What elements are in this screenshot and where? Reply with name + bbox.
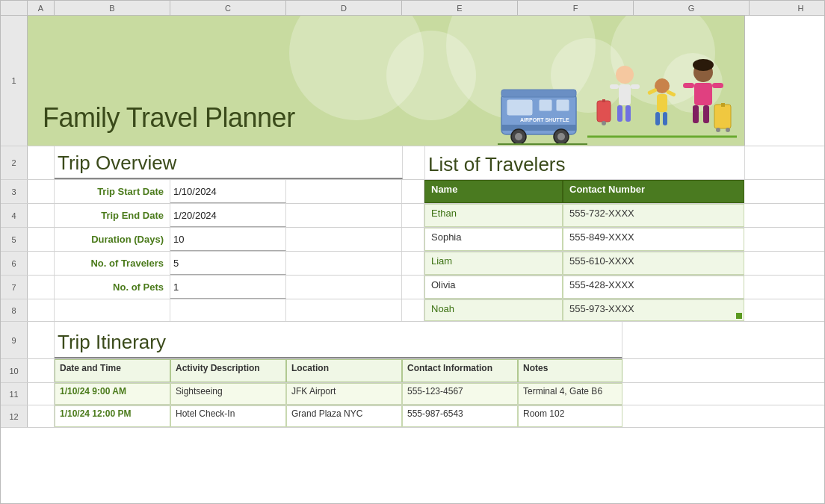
svg-rect-1 — [507, 99, 533, 116]
row-1: 1 Family Travel Planner — [1, 16, 824, 146]
row-6: 6 No. of Travelers 5 Liam 555-610-XXXX — [1, 252, 824, 276]
svg-rect-26 — [663, 112, 667, 125]
col-header-g: G — [634, 1, 750, 15]
traveler-4-name: Olivia — [424, 276, 563, 299]
cell-3b: Trip Start Date — [55, 180, 170, 203]
row-4: 4 Trip End Date 1/20/2024 Ethan 555-732-… — [1, 204, 824, 228]
svg-rect-36 — [714, 105, 731, 128]
traveler-3-contact: 555-610-XXXX — [563, 252, 744, 275]
svg-rect-32 — [693, 105, 699, 123]
banner-illustration: AIRPORT SHUTTLE — [498, 49, 737, 146]
corner-cell — [1, 1, 28, 15]
resize-handle[interactable] — [736, 313, 742, 319]
banner-title: Family Travel Planner — [43, 102, 295, 134]
cell-2b: Trip Overview — [55, 146, 403, 179]
cell-6a — [28, 252, 55, 275]
row-header-5: 5 — [1, 228, 28, 251]
svg-point-7 — [515, 133, 522, 140]
traveler-1-name: Ethan — [424, 204, 563, 227]
traveler-5-contact: 555-973-XXXX — [563, 299, 744, 321]
svg-rect-19 — [631, 84, 640, 89]
cell-5a — [28, 228, 55, 251]
cell-8b — [55, 299, 170, 321]
banner-cell: Family Travel Planner — [28, 16, 745, 146]
cell-2a — [28, 146, 55, 179]
svg-point-9 — [557, 133, 565, 140]
cell-4e — [402, 204, 424, 227]
cell-7b: No. of Pets — [55, 276, 170, 299]
itinerary-1-activity: Sightseeing — [170, 383, 286, 405]
travelers-col-name-header: Name — [424, 180, 563, 203]
traveler-1-contact: 555-732-XXXX — [563, 204, 744, 227]
svg-rect-18 — [610, 84, 619, 89]
svg-rect-25 — [655, 112, 660, 125]
svg-rect-28 — [666, 90, 676, 97]
itinerary-header-activity: Activity Description — [170, 359, 286, 382]
cell-8c — [170, 299, 286, 321]
spreadsheet: A B C D E F G H 1 Family Travel Planner — [0, 0, 825, 504]
cell-8e — [402, 299, 424, 321]
cell-8a — [28, 299, 55, 321]
cell-7a — [28, 276, 55, 299]
cell-9b: Trip Itinerary — [55, 322, 622, 358]
cell-11a — [28, 383, 55, 405]
itinerary-1-notes: Terminal 4, Gate B6 — [518, 383, 622, 405]
svg-rect-4 — [501, 90, 576, 97]
cell-7d — [286, 276, 402, 299]
itinerary-1-contact: 555-123-4567 — [402, 383, 518, 405]
row-header-12: 12 — [1, 405, 28, 427]
itinerary-header-notes: Notes — [518, 359, 622, 382]
itinerary-1-location: JFK Airport — [286, 383, 402, 405]
cell-5d — [286, 228, 402, 251]
cell-4a — [28, 204, 55, 227]
row-5: 5 Duration (Days) 10 Sophia 555-849-XXXX — [1, 228, 824, 252]
traveler-2-contact: 555-849-XXXX — [563, 228, 744, 251]
svg-point-21 — [602, 121, 606, 125]
svg-rect-35 — [712, 83, 723, 88]
cell-4b: Trip End Date — [55, 204, 170, 227]
row-3: 3 Trip Start Date 1/10/2024 Name Contact… — [1, 180, 824, 204]
row-7: 7 No. of Pets 1 Olivia 555-428-XXXX — [1, 276, 824, 299]
cell-9a — [28, 322, 55, 358]
col-header-a: A — [28, 1, 55, 15]
cell-4d — [286, 204, 402, 227]
row-header-2: 2 — [1, 146, 28, 179]
svg-rect-39 — [721, 103, 725, 107]
cell-3e — [402, 180, 424, 203]
svg-rect-22 — [602, 99, 605, 102]
row-header-9: 9 — [1, 322, 28, 358]
cell-6b: No. of Travelers — [55, 252, 170, 275]
cell-3c: 1/10/2024 — [170, 180, 286, 203]
itinerary-2-activity: Hotel Check-In — [170, 405, 286, 427]
cell-8d — [286, 299, 402, 321]
cell-3a — [28, 180, 55, 203]
cell-10a — [28, 359, 55, 382]
cell-2gap — [403, 146, 425, 179]
cell-5c: 10 — [170, 228, 286, 251]
cell-3d — [286, 180, 402, 203]
cell-5b: Duration (Days) — [55, 228, 170, 251]
cell-7e — [402, 276, 424, 299]
row-9: 9 Trip Itinerary — [1, 322, 824, 359]
cell-4c: 1/20/2024 — [170, 204, 286, 227]
row-10: 10 Date and Time Activity Description Lo… — [1, 359, 824, 383]
row-header-3: 3 — [1, 180, 28, 203]
traveler-3-name: Liam — [424, 252, 563, 275]
itinerary-2-contact: 555-987-6543 — [402, 405, 518, 427]
people-icon — [587, 49, 737, 146]
traveler-4-contact: 555-428-XXXX — [563, 276, 744, 299]
itinerary-title: Trip Itinerary — [58, 331, 166, 354]
column-headers: A B C D E F G H — [1, 1, 824, 16]
svg-text:AIRPORT SHUTTLE: AIRPORT SHUTTLE — [520, 117, 569, 122]
svg-point-30 — [693, 59, 714, 71]
row-header-4: 4 — [1, 204, 28, 227]
svg-rect-33 — [703, 105, 709, 123]
svg-rect-17 — [625, 105, 631, 122]
svg-point-14 — [616, 66, 634, 84]
svg-point-38 — [726, 128, 730, 132]
itinerary-1-date: 1/10/24 9:00 AM — [55, 383, 170, 405]
svg-rect-31 — [694, 83, 712, 105]
cell-6c: 5 — [170, 252, 286, 275]
svg-rect-20 — [597, 101, 611, 122]
cell-2f: List of Travelers — [425, 146, 745, 179]
